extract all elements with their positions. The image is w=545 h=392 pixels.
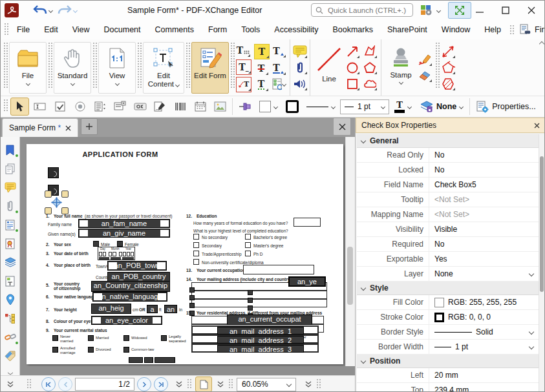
marital-common-law-checkbox[interactable]: [123, 347, 129, 353]
dob-cell[interactable]: [131, 252, 134, 256]
mail-address-1-field[interactable]: an_mail_address_1: [217, 327, 304, 335]
date-field-button[interactable]: [191, 98, 209, 116]
push-button-button[interactable]: [131, 98, 149, 116]
tiny-field-b2[interactable]: [248, 298, 253, 303]
menu-accessibility[interactable]: Accessibility: [267, 22, 325, 37]
ribbon-grip-2[interactable]: [47, 41, 53, 89]
eraser-button[interactable]: [418, 68, 432, 83]
layer-dropdown-chevron[interactable]: [529, 271, 534, 276]
thumbnails-pane-button[interactable]: [3, 162, 17, 175]
marital-married-checkbox[interactable]: [88, 335, 94, 341]
dob-dark-strip-2[interactable]: [111, 257, 121, 260]
dob-cell[interactable]: [103, 252, 106, 256]
page-number-box[interactable]: /2: [75, 378, 134, 391]
prop-row-field-name[interactable]: Field NameCheck Box5: [357, 178, 539, 192]
dob-dark-strip-1[interactable]: [99, 257, 109, 260]
font-color-picker[interactable]: T: [390, 98, 415, 115]
fields-pane-button[interactable]: [3, 218, 17, 231]
section-position[interactable]: Position: [357, 355, 539, 368]
polygon-button[interactable]: [363, 61, 377, 75]
height-ft-field[interactable]: a: [147, 305, 158, 313]
tiny-field-b3[interactable]: [248, 305, 253, 311]
prop-row-top[interactable]: Top239.4 mm: [357, 383, 539, 392]
insert-text-button[interactable]: T: [272, 44, 286, 58]
tiny-field-a3[interactable]: [189, 303, 195, 308]
tiny-field-b1[interactable]: [248, 290, 253, 295]
callout-text-button[interactable]: T: [236, 77, 251, 92]
sex-female-checkbox[interactable]: [117, 241, 123, 247]
squiggly-text-button[interactable]: T: [254, 77, 268, 92]
menu-window[interactable]: Window: [434, 22, 477, 37]
typewriter-text-button[interactable]: T: [236, 43, 250, 57]
strikeout-text-button[interactable]: T: [254, 61, 268, 76]
arrow-button[interactable]: [345, 45, 359, 59]
marital-never-married-checkbox[interactable]: [52, 335, 58, 341]
menu-form[interactable]: Form: [201, 22, 234, 37]
next-page-button[interactable]: [137, 377, 151, 391]
radio-button-button[interactable]: [70, 98, 89, 116]
find-grip[interactable]: [509, 24, 515, 36]
oval-button[interactable]: [345, 61, 359, 75]
properties-button[interactable]: Properties...: [473, 98, 539, 115]
layers-pane-button[interactable]: [3, 256, 17, 269]
sex-male-checkbox[interactable]: [93, 241, 99, 247]
given-name-field[interactable]: an_giv_name: [78, 229, 170, 238]
maximize-button[interactable]: [493, 1, 518, 19]
dob-cell[interactable]: [127, 252, 130, 256]
family-name-field[interactable]: an_fam_name: [78, 219, 170, 228]
mailing-address-line-2[interactable]: [191, 291, 327, 299]
combo-box-button[interactable]: [111, 98, 129, 116]
document-tab[interactable]: Sample Form *: [2, 118, 78, 137]
vertical-scrollbar[interactable]: [345, 137, 355, 366]
prop-row-tooltip[interactable]: Tooltip<Not Set>: [357, 192, 539, 207]
dob-dark-strip-3[interactable]: [122, 257, 134, 260]
section-general[interactable]: General: [357, 134, 539, 148]
ribbon-line-button[interactable]: Line: [313, 42, 345, 94]
cloud-button[interactable]: [363, 77, 377, 91]
prop-row-mapping-name[interactable]: Mapping Name<Not Set>: [357, 207, 539, 222]
prop-row-border-width[interactable]: Border Width1 pt: [357, 340, 539, 355]
first-page-button[interactable]: [41, 377, 56, 391]
edu-secondary-checkbox[interactable]: [193, 242, 199, 248]
tags-pane-button[interactable]: [3, 349, 17, 362]
content-pane-button[interactable]: [3, 274, 17, 287]
small-field-strip-2[interactable]: [144, 357, 153, 363]
minimize-button[interactable]: [467, 1, 492, 19]
stroke-color-picker[interactable]: [283, 98, 301, 116]
previous-page-button[interactable]: [58, 377, 72, 391]
menu-view[interactable]: View: [65, 22, 97, 37]
move-handle-icon[interactable]: [51, 197, 62, 208]
statusbar-grip-1[interactable]: [26, 378, 32, 388]
zoom-tools-expand-icon[interactable]: [217, 381, 224, 387]
measure-perimeter-button[interactable]: [441, 61, 455, 75]
mail-address-2-field[interactable]: an_mail_address_2: [217, 336, 304, 344]
menu-comments[interactable]: Comments: [148, 22, 201, 37]
marital-annulled-checkbox[interactable]: [52, 347, 58, 353]
highlight-text-button[interactable]: T: [254, 44, 270, 59]
find-document-icon[interactable]: [519, 24, 531, 36]
prop-row-layer[interactable]: LayerNone: [357, 267, 539, 282]
ribbon-grip-7[interactable]: [434, 41, 440, 89]
prop-row-stroke-color[interactable]: Stroke ColorRGB: 0, 0, 0: [357, 310, 539, 325]
underline-text-button[interactable]: T: [272, 61, 286, 76]
statusbar-grip-3[interactable]: [228, 378, 233, 388]
ribbon-grip-4[interactable]: [136, 41, 142, 89]
border-style-dropdown-chevron[interactable]: [529, 329, 534, 335]
signatures-pane-button[interactable]: [3, 237, 17, 250]
ui-options-button[interactable]: [418, 2, 443, 19]
ribbon-grip-6[interactable]: [230, 41, 235, 89]
pencil-button[interactable]: [418, 52, 432, 67]
links-pane-button[interactable]: [3, 331, 17, 344]
check-box-field-3[interactable]: [48, 167, 59, 178]
text-box-button[interactable]: T_: [236, 59, 251, 75]
barcode-field-button[interactable]: [171, 98, 189, 116]
attach-file-button[interactable]: [293, 61, 307, 75]
dob-cell[interactable]: [109, 252, 112, 256]
prop-row-visibility[interactable]: VisibilityVisible: [357, 222, 539, 237]
vertical-scrollbar-thumb[interactable]: [347, 247, 353, 305]
edu-no-secondary-checkbox[interactable]: [193, 234, 199, 240]
ribbon-stamp-button[interactable]: Stamp: [384, 42, 418, 94]
dob-cell[interactable]: [112, 252, 116, 256]
ribbon-collapse-chevron[interactable]: [539, 41, 544, 46]
menu-bookmarks[interactable]: Bookmarks: [325, 22, 380, 37]
